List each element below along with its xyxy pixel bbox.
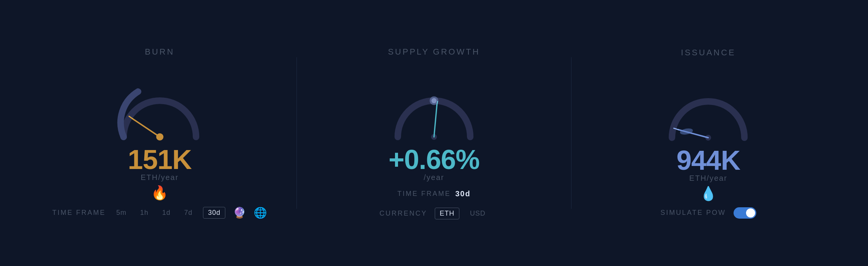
currency-label: CURRENCY <box>379 210 427 217</box>
svg-line-1 <box>133 119 160 137</box>
timeframe-controls: TIME FRAME 5m 1h 1d 7d 30d 🔮 🌐 <box>52 207 267 219</box>
merge-emoji-btn[interactable]: 🔮 <box>233 207 246 219</box>
timeframe-1d-btn[interactable]: 1d <box>159 207 173 218</box>
timeframe-5m-btn[interactable]: 5m <box>113 207 130 218</box>
currency-eth-btn[interactable]: ETH <box>435 208 459 219</box>
burn-emoji-btn[interactable]: 🌐 <box>254 207 267 219</box>
supply-growth-gauge-svg <box>381 64 487 148</box>
issuance-unit: ETH/year <box>689 174 727 183</box>
burn-gauge <box>107 64 213 140</box>
supply-growth-gauge <box>381 64 487 140</box>
supply-growth-unit: /year <box>424 173 444 182</box>
burn-unit: ETH/year <box>141 173 178 182</box>
issuance-value: 944K <box>676 145 740 176</box>
currency-controls: CURRENCY ETH USD <box>379 208 489 219</box>
simulate-pow-label: SIMULATE PoW <box>660 209 726 217</box>
svg-point-11 <box>680 127 694 135</box>
supply-growth-value: +0.66% <box>389 144 479 175</box>
burn-icon: 🔥 <box>151 185 168 201</box>
toggle-knob <box>746 208 755 217</box>
issuance-title: ISSUANCE <box>681 48 735 58</box>
burn-title: BURN <box>145 47 174 57</box>
burn-panel: BURN 151K ETH/year 🔥 TIME FRAME 5m 1h <box>23 47 297 219</box>
timeframe-30d-btn[interactable]: 30d <box>203 207 225 219</box>
timeframe-7d-btn[interactable]: 7d <box>181 207 195 218</box>
timeframe-label: TIME FRAME <box>52 209 106 217</box>
dashboard: BURN 151K ETH/year 🔥 TIME FRAME 5m 1h <box>0 0 868 266</box>
issuance-panel: ISSUANCE 944K ETH/year 💧 SIMULATE PoW <box>571 48 845 219</box>
svg-point-4 <box>431 98 436 103</box>
supply-growth-panel: SUPPLY GROWTH +0.66% /year TIME FRAME 30… <box>297 47 571 219</box>
svg-line-6 <box>434 105 437 137</box>
simulate-pow-toggle[interactable] <box>734 207 756 219</box>
supply-growth-title: SUPPLY GROWTH <box>388 47 480 57</box>
simulate-pow-controls: SIMULATE PoW <box>660 207 756 219</box>
issuance-icon: 💧 <box>700 186 717 202</box>
issuance-gauge-svg <box>655 65 761 149</box>
issuance-gauge <box>655 65 761 141</box>
supply-growth-bottom: TIME FRAME 30d CURRENCY ETH USD <box>379 186 489 219</box>
center-timeframe-value: 30d <box>455 189 470 198</box>
center-timeframe-row: TIME FRAME 30d <box>397 189 470 198</box>
currency-usd-btn[interactable]: USD <box>467 208 489 219</box>
center-timeframe-label: TIME FRAME <box>397 190 451 198</box>
burn-value: 151K <box>128 144 192 175</box>
burn-gauge-svg <box>107 64 213 148</box>
timeframe-1h-btn[interactable]: 1h <box>137 207 151 218</box>
